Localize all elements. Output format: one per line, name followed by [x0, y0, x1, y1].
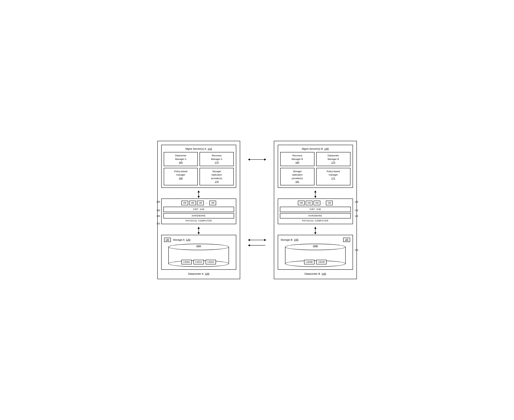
bidir-arrow-svg-b1 [314, 191, 317, 198]
inter-mgmt-arrow-svg [248, 158, 266, 161]
disk-label-b: 186B [313, 245, 318, 247]
mgmt-server-a: Mgmt Server(s) A 110 DatacenterManager A… [161, 145, 237, 188]
mgmt-inter-arrow [248, 158, 266, 162]
vm-box-a1: VM [181, 201, 188, 205]
ref-125: 125 [157, 215, 160, 218]
recovery-manager-b-box: RecoveryManager B180 [280, 152, 315, 166]
agent-185-a: 185 [164, 238, 171, 242]
bidir-arrow-svg-a2 [197, 227, 200, 234]
vm-box-a2: VM [189, 201, 196, 205]
agent-185-b: 185 [343, 238, 350, 242]
storage-a-header: 185 Storage A 120 [164, 238, 234, 242]
storage-replication-b-box: Storage/replicationprovider(s)181 [280, 168, 315, 185]
vm-box-a3: VM [197, 201, 204, 205]
vm-row-a: VM VM VM ··· VM [163, 201, 234, 205]
datacenter-a-label: Datacenter A 105 [161, 272, 237, 275]
mgmt-server-b: Mgmt Server(s) B 145 RecoveryManager B18… [278, 145, 353, 188]
datacenter-b-label: Datacenter B 140 [278, 272, 353, 275]
storage-b-to-a-arrow [248, 244, 266, 248]
vm-ellipsis-a: ··· [205, 201, 208, 205]
inter-storage-arrow-svg [248, 238, 266, 242]
storage-replication-a-box: Storage/replicationprovider(s)176 [199, 168, 234, 185]
datacenter-manager-b-box: DatacenterManager B170 [316, 152, 350, 166]
vm-row-b: VM VM VM ··· VM [280, 201, 351, 205]
datacenter-manager-a-box: DatacenterManager A165 [164, 152, 198, 166]
physical-computer-b: 160 130 125 VM VM VM ··· VM VIRT. S/W HA… [278, 199, 353, 224]
ref-130: 130 [157, 209, 160, 212]
physical-computer-a-label: PHYSICAL COMPUTER [163, 219, 234, 222]
ref-130b: 130 [354, 209, 358, 212]
bidir-arrow-svg-b2 [314, 227, 317, 234]
lsd-row-b: LSD0B LSD1B [304, 260, 327, 264]
ref-160: 160 [354, 201, 358, 203]
b-to-a-arrow-svg [248, 244, 266, 247]
vm-box-b4: VM [326, 201, 333, 205]
storage-a: 185 Storage A 120 186A [161, 235, 237, 270]
vm-ellipsis-b: ··· [322, 201, 325, 205]
virt-sw-a: VIRT. S/W [163, 207, 234, 212]
physical-to-storage-arrow-b [278, 227, 353, 234]
disk-label-a: 186A [196, 245, 201, 247]
storage-b-header: Storage B 155 185 [281, 238, 350, 242]
ref-125b: 125 [354, 215, 358, 218]
disk-b: 186B LSD0B LSD1B [285, 244, 346, 267]
mgmt-server-a-title: Mgmt Server(s) A 110 [164, 147, 234, 150]
storage-a-title: Storage A 120 [173, 238, 191, 241]
ref-150: 150 [354, 249, 358, 251]
lsd-row-a: LSD0A LSD1A LSD2A [181, 260, 216, 264]
physical-to-storage-arrow-a [161, 227, 237, 234]
lsd0a: LSD0A [181, 260, 192, 264]
ref-115: 115 [157, 222, 160, 225]
virt-sw-b: VIRT. S/W [280, 207, 351, 212]
bidir-arrow-svg-a [197, 191, 200, 198]
mgmt-server-b-title: Mgmt Server(s) B 145 [280, 147, 350, 150]
lsd1b: LSD1B [316, 260, 327, 264]
storage-b: 150 Storage B 155 185 186B [278, 235, 353, 270]
lsd1a: LSD1A [193, 260, 204, 264]
lsd0b: LSD0B [304, 260, 315, 264]
disk-a: 186A LSD0A LSD1A LSD2A [168, 244, 229, 267]
mgmt-to-physical-arrow-a [161, 191, 237, 198]
ref-135: 135 [157, 201, 160, 203]
vm-box-b3: VM [314, 201, 320, 205]
vm-box-b1: VM [298, 201, 305, 205]
inter-dc-area [249, 141, 265, 265]
vm-box-a4: VM [209, 201, 216, 205]
recovery-manager-a-box: RecoveryManager A175 [199, 152, 234, 166]
datacenter-b: Mgmt Server(s) B 145 RecoveryManager B18… [274, 141, 357, 279]
hardware-b: HARDWARE [280, 213, 351, 218]
physical-computer-b-label: PHYSICAL COMPUTER [280, 219, 351, 222]
storage-b-title: Storage B 155 [281, 238, 299, 241]
vm-box-b2: VM [306, 201, 313, 205]
storage-inter-arrow [248, 238, 266, 242]
policy-manager-a-box: Policy-basedmanager166 [164, 168, 198, 185]
lsd2a: LSD2A [206, 260, 216, 264]
mgmt-to-physical-arrow-b [278, 191, 353, 198]
datacenter-a: Mgmt Server(s) A 110 DatacenterManager A… [157, 141, 240, 279]
hardware-a: HARDWARE [163, 213, 234, 218]
policy-manager-b-box: Policy-basedmanager171 [316, 168, 350, 185]
physical-computer-a: 135 130 125 115 VM VM VM ··· VM VIRT. S/… [161, 199, 237, 224]
